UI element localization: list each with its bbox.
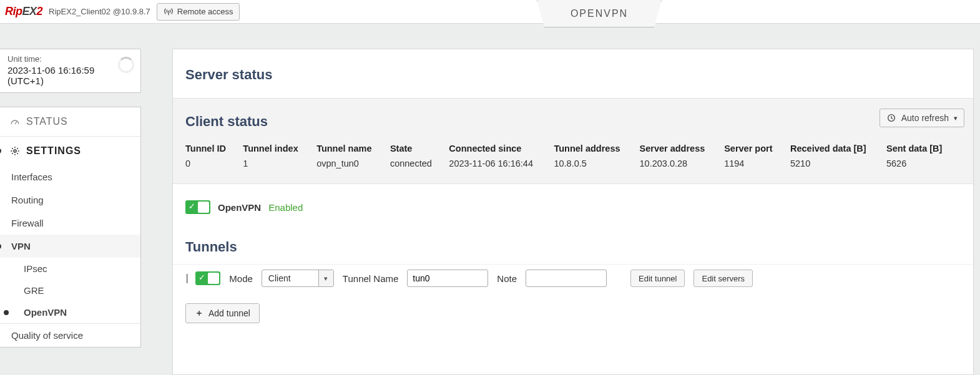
tunnel-name-label: Tunnel Name bbox=[343, 273, 399, 284]
cell-tunnel-index: 1 bbox=[243, 156, 316, 171]
chevron-down-icon: ▾ bbox=[954, 114, 958, 122]
gear-icon bbox=[10, 146, 20, 156]
nav-vpn[interactable]: VPN bbox=[0, 235, 140, 258]
openvpn-toggle-label: OpenVPN bbox=[218, 202, 261, 213]
plus-icon: ＋ bbox=[195, 308, 203, 319]
cell-tunnel-address: 10.8.0.5 bbox=[554, 156, 639, 171]
chevron-down-icon: ▾ bbox=[318, 270, 333, 286]
remote-access-button[interactable]: Remote access bbox=[157, 3, 240, 21]
col-tunnel-address: Tunnel address bbox=[554, 141, 639, 156]
auto-refresh-button[interactable]: Auto refresh ▾ bbox=[880, 109, 964, 127]
add-tunnel-button[interactable]: ＋ Add tunnel bbox=[185, 303, 260, 323]
client-status-section: Client status Auto refresh ▾ Tunnel ID T… bbox=[173, 98, 973, 184]
table-header-row: Tunnel ID Tunnel index Tunnel name State… bbox=[185, 141, 961, 156]
col-tunnel-id: Tunnel ID bbox=[185, 141, 243, 156]
mode-label: Mode bbox=[229, 273, 253, 284]
remote-access-label: Remote access bbox=[177, 7, 233, 16]
cell-server-address: 10.203.0.28 bbox=[640, 156, 725, 171]
nav-settings-label: SETTINGS bbox=[26, 145, 81, 157]
col-tunnel-index: Tunnel index bbox=[243, 141, 316, 156]
left-column: Unit time: 2023-11-06 16:16:59 (UTC+1) S… bbox=[0, 49, 141, 348]
edit-tunnel-button[interactable]: Edit tunnel bbox=[630, 270, 685, 287]
top-bar: RipEX2 RipEX2_Client02 @10.9.8.7 Remote … bbox=[0, 0, 980, 24]
auto-refresh-label: Auto refresh bbox=[901, 113, 949, 123]
tunnels-title: Tunnels bbox=[173, 220, 973, 264]
gauge-icon bbox=[10, 117, 20, 127]
cell-sent: 5626 bbox=[886, 156, 961, 171]
cell-tunnel-id: 0 bbox=[185, 156, 243, 171]
tunnel-toggle[interactable] bbox=[195, 271, 220, 285]
edit-servers-button[interactable]: Edit servers bbox=[693, 270, 753, 287]
nav-qos[interactable]: Quality of service bbox=[0, 324, 140, 347]
cell-connected-since: 2023-11-06 16:16:44 bbox=[449, 156, 554, 171]
unit-identifier: RipEX2_Client02 @10.9.8.7 bbox=[49, 7, 150, 16]
add-tunnel-row: ＋ Add tunnel bbox=[173, 292, 973, 334]
col-state: State bbox=[390, 141, 449, 156]
product-logo: RipEX2 bbox=[5, 5, 42, 18]
note-label: Note bbox=[497, 273, 517, 284]
openvpn-enable-row: OpenVPN Enabled bbox=[173, 184, 973, 220]
openvpn-toggle[interactable] bbox=[185, 200, 210, 214]
col-server-address: Server address bbox=[640, 141, 725, 156]
sidebar-nav: STATUS SETTINGS Interfaces Routing Firew… bbox=[0, 107, 141, 348]
clock-icon bbox=[886, 113, 896, 123]
server-status-title: Server status bbox=[173, 49, 973, 98]
nav-gre[interactable]: GRE bbox=[0, 280, 140, 301]
client-status-table: Tunnel ID Tunnel index Tunnel name State… bbox=[185, 141, 961, 171]
nav-status-label: STATUS bbox=[26, 116, 68, 127]
nav-firewall[interactable]: Firewall bbox=[0, 212, 140, 235]
nav-ipsec[interactable]: IPsec bbox=[0, 258, 140, 280]
client-status-title: Client status bbox=[185, 99, 961, 141]
loading-spinner-icon bbox=[118, 57, 134, 73]
cell-received: 5210 bbox=[790, 156, 886, 171]
drag-handle-icon[interactable]: || bbox=[185, 273, 187, 284]
table-row: 0 1 ovpn_tun0 connected 2023-11-06 16:16… bbox=[185, 156, 961, 171]
nav-routing[interactable]: Routing bbox=[0, 188, 140, 212]
nav-interfaces[interactable]: Interfaces bbox=[0, 165, 140, 188]
tunnel-config-row: || Mode Client ▾ Tunnel Name Note Edit t… bbox=[173, 264, 973, 292]
mode-select-value: Client bbox=[262, 273, 318, 283]
unit-time-label: Unit time: bbox=[7, 54, 133, 64]
add-tunnel-label: Add tunnel bbox=[208, 308, 250, 318]
openvpn-enabled-status: Enabled bbox=[268, 202, 303, 213]
col-sent: Sent data [B] bbox=[886, 141, 961, 156]
col-server-port: Server port bbox=[724, 141, 790, 156]
col-received: Received data [B] bbox=[790, 141, 886, 156]
cell-server-port: 1194 bbox=[724, 156, 790, 171]
nav-settings[interactable]: SETTINGS bbox=[0, 137, 140, 165]
mode-select[interactable]: Client ▾ bbox=[262, 270, 334, 287]
nav-status[interactable]: STATUS bbox=[0, 107, 140, 136]
unit-time-card: Unit time: 2023-11-06 16:16:59 (UTC+1) bbox=[0, 49, 141, 93]
cell-state: connected bbox=[390, 156, 449, 171]
main-panel: Server status Client status Auto refresh… bbox=[172, 49, 974, 375]
page-ribbon: OPENVPN bbox=[537, 0, 662, 27]
unit-time-value: 2023-11-06 16:16:59 (UTC+1) bbox=[7, 65, 133, 86]
cell-tunnel-name: ovpn_tun0 bbox=[316, 156, 390, 171]
note-input[interactable] bbox=[526, 270, 607, 287]
svg-point-0 bbox=[14, 150, 16, 152]
nav-openvpn[interactable]: OpenVPN bbox=[0, 301, 140, 323]
antenna-icon bbox=[164, 7, 174, 17]
col-tunnel-name: Tunnel name bbox=[316, 141, 390, 156]
col-connected-since: Connected since bbox=[449, 141, 554, 156]
tunnel-name-input[interactable] bbox=[407, 270, 488, 287]
